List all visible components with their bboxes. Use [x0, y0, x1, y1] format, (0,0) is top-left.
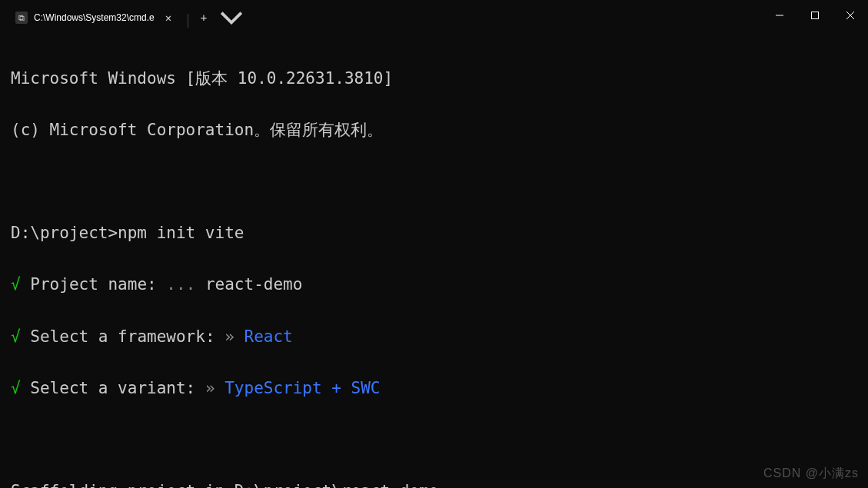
prompt-sep: » — [224, 327, 234, 346]
maximize-button[interactable] — [797, 0, 833, 31]
banner-line: Microsoft Windows [版本 10.0.22631.3810] — [11, 66, 857, 92]
window-controls — [762, 0, 868, 31]
vite-prompt-line: √ Select a variant: » TypeScript + SWC — [11, 376, 857, 402]
vite-prompt-line: √ Select a framework: » React — [11, 324, 857, 350]
close-button[interactable] — [833, 0, 868, 31]
tab-divider — [188, 14, 188, 28]
prompt: D:\project> — [11, 224, 118, 242]
titlebar: ⧉ C:\Windows\System32\cmd.e ✕ + — [0, 0, 868, 31]
scaffold-line: Scaffolding project in D:\project\react-… — [11, 479, 857, 488]
banner-line: (c) Microsoft Corporation。保留所有权利。 — [11, 118, 857, 144]
svg-rect-1 — [812, 12, 819, 19]
prompt-line: D:\project>npm init vite — [11, 221, 857, 247]
terminal-output[interactable]: Microsoft Windows [版本 10.0.22631.3810] (… — [0, 31, 868, 488]
command-text: npm init vite — [118, 224, 244, 242]
new-tab-button[interactable]: + — [191, 5, 216, 31]
cmd-icon: ⧉ — [15, 12, 28, 24]
check-icon: √ — [11, 275, 21, 294]
check-icon: √ — [11, 379, 21, 397]
prompt-sep: » — [205, 379, 215, 397]
vite-prompt-line: √ Project name: ... react-demo — [11, 272, 857, 298]
terminal-tab[interactable]: ⧉ C:\Windows\System32\cmd.e ✕ — [6, 5, 183, 31]
check-icon: √ — [11, 327, 21, 346]
prompt-label: Project name: — [30, 275, 156, 294]
prompt-label: Select a framework: — [30, 327, 215, 346]
tab-actions: + — [188, 5, 244, 31]
watermark: CSDN @小满zs — [763, 466, 859, 482]
blank-line — [11, 427, 857, 453]
blank-line — [11, 169, 857, 195]
prompt-value: react-demo — [205, 275, 302, 294]
prompt-value: React — [244, 327, 293, 346]
minimize-button[interactable] — [762, 0, 797, 31]
prompt-value: TypeScript + SWC — [224, 379, 380, 397]
tab-dropdown-icon[interactable] — [219, 5, 244, 31]
close-tab-icon[interactable]: ✕ — [161, 11, 175, 25]
prompt-label: Select a variant: — [30, 379, 195, 397]
prompt-sep: ... — [166, 275, 195, 294]
tab-title: C:\Windows\System32\cmd.e — [34, 12, 155, 23]
